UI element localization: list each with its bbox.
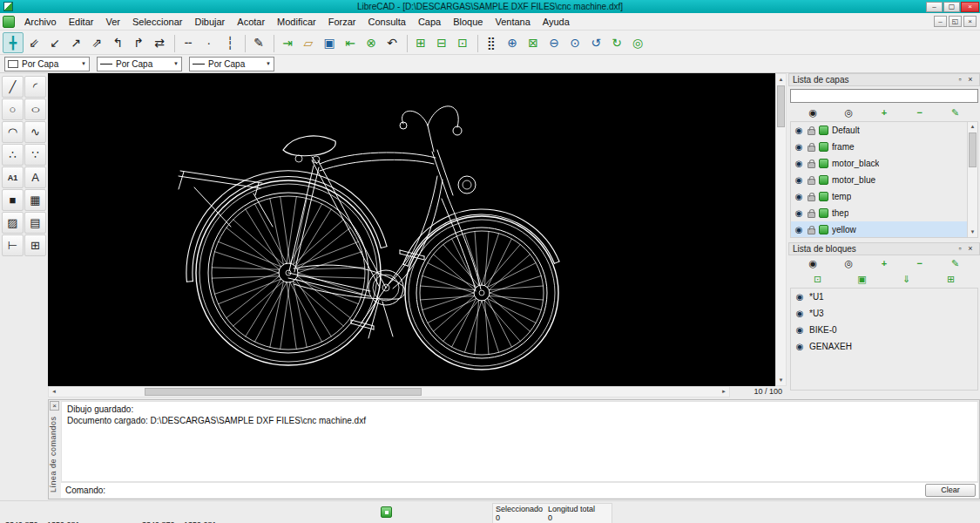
image-tool[interactable]: ▦ <box>24 189 46 211</box>
menu-item[interactable]: Archivo <box>18 15 63 29</box>
layer-scrollbar-thumb[interactable] <box>969 132 977 167</box>
layer-lock-icon[interactable] <box>808 195 815 201</box>
new-window-icon[interactable]: ⊡ <box>452 32 473 53</box>
layer-visibility-icon[interactable]: ◉ <box>794 142 804 152</box>
block-row[interactable]: ◉ *U3 <box>791 305 977 322</box>
measure-tool[interactable]: ▤ <box>24 212 46 234</box>
hide-all-blocks-icon[interactable]: ◎ <box>839 256 858 270</box>
menu-item[interactable]: Dibujar <box>188 15 231 29</box>
layer-construction-icon[interactable] <box>819 126 828 135</box>
rename-block-icon[interactable]: ✎ <box>946 256 965 270</box>
scroll-down-icon[interactable]: ▼ <box>776 375 786 385</box>
layer-lock-icon[interactable] <box>808 162 815 168</box>
snap-middle-icon[interactable]: ╌ <box>178 32 199 53</box>
menu-item[interactable]: Consulta <box>362 15 412 29</box>
color-combobox[interactable]: Por Capa ▼ <box>4 57 90 71</box>
redraw-icon[interactable]: ↻ <box>606 32 627 53</box>
dock-float-icon[interactable]: ▫ <box>955 75 965 85</box>
command-input[interactable] <box>110 485 925 497</box>
block-row[interactable]: ◉ GENAXEH <box>791 338 977 355</box>
create-block-icon[interactable]: ⊞ <box>942 272 961 286</box>
dock-close-icon[interactable]: × <box>965 75 976 85</box>
arc-tool[interactable]: ◠ <box>2 121 24 143</box>
dimension-tool[interactable]: ⊢ <box>2 234 24 256</box>
scroll-up-icon[interactable]: ▲ <box>776 74 786 85</box>
hatch-solid-tool[interactable]: ■ <box>2 189 24 211</box>
block-tool[interactable]: ⊞ <box>24 234 46 256</box>
remove-layer-icon[interactable]: − <box>910 105 929 119</box>
relative-zero-icon[interactable] <box>381 506 392 518</box>
zoom-auto-icon[interactable]: ⊙ <box>564 32 585 53</box>
layer-filter-input[interactable] <box>790 89 978 103</box>
close-file-icon[interactable]: ⊗ <box>361 32 382 53</box>
undo-icon[interactable]: ↶ <box>382 32 402 53</box>
save-block-icon[interactable]: ▣ <box>853 272 872 286</box>
layer-visibility-icon[interactable]: ◉ <box>794 192 804 201</box>
ellipse-tool[interactable]: ○ <box>24 98 46 120</box>
block-visibility-icon[interactable]: ◉ <box>794 342 805 351</box>
zoom-selected-icon[interactable]: ◎ <box>627 32 648 53</box>
line-width-combobox[interactable]: Por Capa ▼ <box>97 57 182 71</box>
zoom-out-icon[interactable]: ⊖ <box>544 32 564 53</box>
scroll-right-icon[interactable]: ► <box>719 387 729 397</box>
select-swap-icon[interactable]: ⇄ <box>149 32 170 53</box>
layer-lock-icon[interactable] <box>808 212 815 218</box>
layer-construction-icon[interactable] <box>819 159 828 168</box>
show-all-layers-icon[interactable]: ◉ <box>803 105 822 119</box>
select-right-icon[interactable]: ↱ <box>128 32 149 53</box>
block-row[interactable]: ◉ BIKE-0 <box>791 322 977 338</box>
layer-construction-icon[interactable] <box>819 225 828 234</box>
pen-attributes-icon[interactable]: ✎ <box>248 32 269 53</box>
layer-construction-icon[interactable] <box>819 142 828 152</box>
menu-item[interactable]: Ayuda <box>537 15 576 29</box>
maximize-button[interactable]: ▢ <box>943 2 960 12</box>
spline-tool[interactable]: ∿ <box>24 121 46 143</box>
hide-all-layers-icon[interactable]: ◎ <box>839 105 858 119</box>
block-visibility-icon[interactable]: ◉ <box>794 292 805 302</box>
menu-item[interactable]: Forzar <box>322 15 362 29</box>
edit-block-icon[interactable]: ⊡ <box>808 272 828 286</box>
order-raise-icon[interactable]: ↗ <box>65 32 86 53</box>
menu-item[interactable]: Editar <box>63 15 100 29</box>
open-file-icon[interactable]: ▱ <box>298 32 319 53</box>
multi-point-tool[interactable]: ∵ <box>24 144 46 166</box>
menu-item[interactable]: Ver <box>99 15 126 29</box>
line-type-combobox[interactable]: Por Capa ▼ <box>189 57 274 71</box>
block-visibility-icon[interactable]: ◉ <box>794 325 805 335</box>
command-dock-tab[interactable]: Línea de comandos <box>49 412 60 496</box>
cascade-windows-icon[interactable]: ⊟ <box>431 32 452 53</box>
layer-construction-icon[interactable] <box>819 208 828 218</box>
document-restore-button[interactable]: ◱ <box>949 16 962 27</box>
layer-row[interactable]: ◉ motor_black <box>791 155 968 172</box>
zoom-window-icon[interactable]: ⊠ <box>523 32 544 53</box>
layer-construction-icon[interactable] <box>819 175 828 185</box>
save-file-icon[interactable]: ▣ <box>319 32 340 53</box>
edit-layer-icon[interactable]: ✎ <box>946 105 965 119</box>
minimize-button[interactable]: – <box>926 2 943 12</box>
export-icon[interactable]: ⇤ <box>340 32 361 53</box>
layer-visibility-icon[interactable]: ◉ <box>794 225 804 234</box>
layer-visibility-icon[interactable]: ◉ <box>794 175 804 185</box>
scroll-down-icon[interactable]: ▼ <box>968 228 977 237</box>
menu-item[interactable]: Capa <box>412 15 447 29</box>
add-block-icon[interactable]: + <box>875 256 894 270</box>
layer-lock-icon[interactable] <box>808 179 815 185</box>
scroll-up-icon[interactable]: ▲ <box>968 122 977 132</box>
dock-float-icon[interactable]: ▫ <box>955 244 965 255</box>
layer-construction-icon[interactable] <box>819 192 828 201</box>
menu-item[interactable]: Modificar <box>271 15 322 29</box>
text-tool[interactable]: A1 <box>2 166 24 188</box>
zoom-previous-icon[interactable]: ↺ <box>585 32 606 53</box>
dock-close-icon[interactable]: × <box>965 244 976 255</box>
close-icon[interactable]: × <box>50 401 59 411</box>
menu-item[interactable]: Seleccionar <box>126 15 188 29</box>
hatch-tool[interactable]: ▨ <box>2 212 24 234</box>
vertical-scrollbar[interactable]: ▲ ▼ <box>775 73 787 386</box>
select-left-icon[interactable]: ↰ <box>107 32 128 53</box>
remove-block-icon[interactable]: − <box>910 256 929 270</box>
layer-visibility-icon[interactable]: ◉ <box>794 208 804 218</box>
snap-point-icon[interactable]: ∙ <box>199 32 220 53</box>
order-lower-icon[interactable]: ↙ <box>44 32 65 53</box>
horizontal-scrollbar-thumb[interactable] <box>145 388 422 396</box>
add-layer-icon[interactable]: + <box>875 105 894 119</box>
